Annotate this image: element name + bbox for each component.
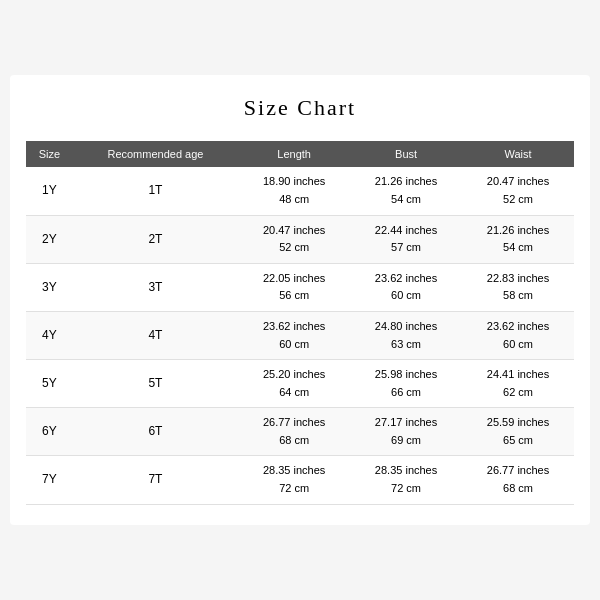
cell-size: 5Y — [26, 360, 73, 408]
cell-bust: 28.35 inches72 cm — [350, 456, 462, 504]
cell-value: 60 cm — [466, 336, 570, 354]
cell-age: 2T — [73, 215, 238, 263]
cell-value: 62 cm — [466, 384, 570, 402]
header-age: Recommended age — [73, 141, 238, 167]
cell-bust: 27.17 inches69 cm — [350, 408, 462, 456]
cell-value: 21.26 inches — [466, 222, 570, 240]
cell-age: 4T — [73, 311, 238, 359]
cell-size: 6Y — [26, 408, 73, 456]
cell-value: 28.35 inches — [242, 462, 346, 480]
cell-waist: 24.41 inches62 cm — [462, 360, 574, 408]
cell-age: 6T — [73, 408, 238, 456]
cell-value: 68 cm — [466, 480, 570, 498]
cell-value: 23.62 inches — [466, 318, 570, 336]
cell-value: 72 cm — [354, 480, 458, 498]
cell-value: 64 cm — [242, 384, 346, 402]
cell-value: 58 cm — [466, 287, 570, 305]
cell-size: 2Y — [26, 215, 73, 263]
header-bust: Bust — [350, 141, 462, 167]
cell-length: 23.62 inches60 cm — [238, 311, 350, 359]
cell-value: 72 cm — [242, 480, 346, 498]
cell-value: 22.05 inches — [242, 270, 346, 288]
cell-value: 26.77 inches — [466, 462, 570, 480]
cell-value: 60 cm — [354, 287, 458, 305]
cell-bust: 24.80 inches63 cm — [350, 311, 462, 359]
cell-length: 22.05 inches56 cm — [238, 263, 350, 311]
cell-value: 69 cm — [354, 432, 458, 450]
cell-length: 25.20 inches64 cm — [238, 360, 350, 408]
cell-value: 48 cm — [242, 191, 346, 209]
cell-waist: 25.59 inches65 cm — [462, 408, 574, 456]
cell-value: 68 cm — [242, 432, 346, 450]
cell-bust: 25.98 inches66 cm — [350, 360, 462, 408]
cell-value: 22.83 inches — [466, 270, 570, 288]
cell-value: 66 cm — [354, 384, 458, 402]
cell-size: 4Y — [26, 311, 73, 359]
table-row: 6Y6T26.77 inches68 cm27.17 inches69 cm25… — [26, 408, 574, 456]
cell-value: 63 cm — [354, 336, 458, 354]
cell-size: 7Y — [26, 456, 73, 504]
cell-value: 65 cm — [466, 432, 570, 450]
page-wrapper: Size Chart Size Recommended age Length B… — [10, 75, 590, 524]
cell-value: 25.20 inches — [242, 366, 346, 384]
cell-value: 23.62 inches — [242, 318, 346, 336]
cell-size: 1Y — [26, 167, 73, 215]
cell-value: 24.80 inches — [354, 318, 458, 336]
cell-value: 21.26 inches — [354, 173, 458, 191]
cell-age: 7T — [73, 456, 238, 504]
cell-value: 23.62 inches — [354, 270, 458, 288]
size-chart-table: Size Recommended age Length Bust Waist 1… — [26, 141, 574, 504]
cell-waist: 26.77 inches68 cm — [462, 456, 574, 504]
cell-size: 3Y — [26, 263, 73, 311]
table-row: 4Y4T23.62 inches60 cm24.80 inches63 cm23… — [26, 311, 574, 359]
header-length: Length — [238, 141, 350, 167]
cell-value: 52 cm — [466, 191, 570, 209]
cell-value: 54 cm — [354, 191, 458, 209]
cell-waist: 22.83 inches58 cm — [462, 263, 574, 311]
header-row: Size Recommended age Length Bust Waist — [26, 141, 574, 167]
table-row: 7Y7T28.35 inches72 cm28.35 inches72 cm26… — [26, 456, 574, 504]
table-row: 3Y3T22.05 inches56 cm23.62 inches60 cm22… — [26, 263, 574, 311]
table-row: 1Y1T18.90 inches48 cm21.26 inches54 cm20… — [26, 167, 574, 215]
cell-length: 18.90 inches48 cm — [238, 167, 350, 215]
cell-value: 54 cm — [466, 239, 570, 257]
cell-value: 60 cm — [242, 336, 346, 354]
cell-length: 28.35 inches72 cm — [238, 456, 350, 504]
cell-value: 26.77 inches — [242, 414, 346, 432]
cell-value: 25.59 inches — [466, 414, 570, 432]
table-row: 2Y2T20.47 inches52 cm22.44 inches57 cm21… — [26, 215, 574, 263]
cell-value: 56 cm — [242, 287, 346, 305]
cell-value: 22.44 inches — [354, 222, 458, 240]
table-header: Size Recommended age Length Bust Waist — [26, 141, 574, 167]
header-waist: Waist — [462, 141, 574, 167]
cell-value: 52 cm — [242, 239, 346, 257]
cell-value: 20.47 inches — [466, 173, 570, 191]
chart-title: Size Chart — [26, 95, 574, 121]
cell-age: 1T — [73, 167, 238, 215]
cell-waist: 23.62 inches60 cm — [462, 311, 574, 359]
cell-value: 24.41 inches — [466, 366, 570, 384]
cell-length: 26.77 inches68 cm — [238, 408, 350, 456]
cell-value: 18.90 inches — [242, 173, 346, 191]
table-body: 1Y1T18.90 inches48 cm21.26 inches54 cm20… — [26, 167, 574, 504]
table-row: 5Y5T25.20 inches64 cm25.98 inches66 cm24… — [26, 360, 574, 408]
cell-value: 25.98 inches — [354, 366, 458, 384]
cell-bust: 21.26 inches54 cm — [350, 167, 462, 215]
cell-length: 20.47 inches52 cm — [238, 215, 350, 263]
cell-age: 3T — [73, 263, 238, 311]
cell-age: 5T — [73, 360, 238, 408]
cell-waist: 20.47 inches52 cm — [462, 167, 574, 215]
cell-bust: 22.44 inches57 cm — [350, 215, 462, 263]
cell-bust: 23.62 inches60 cm — [350, 263, 462, 311]
cell-value: 20.47 inches — [242, 222, 346, 240]
cell-waist: 21.26 inches54 cm — [462, 215, 574, 263]
cell-value: 28.35 inches — [354, 462, 458, 480]
cell-value: 27.17 inches — [354, 414, 458, 432]
header-size: Size — [26, 141, 73, 167]
cell-value: 57 cm — [354, 239, 458, 257]
